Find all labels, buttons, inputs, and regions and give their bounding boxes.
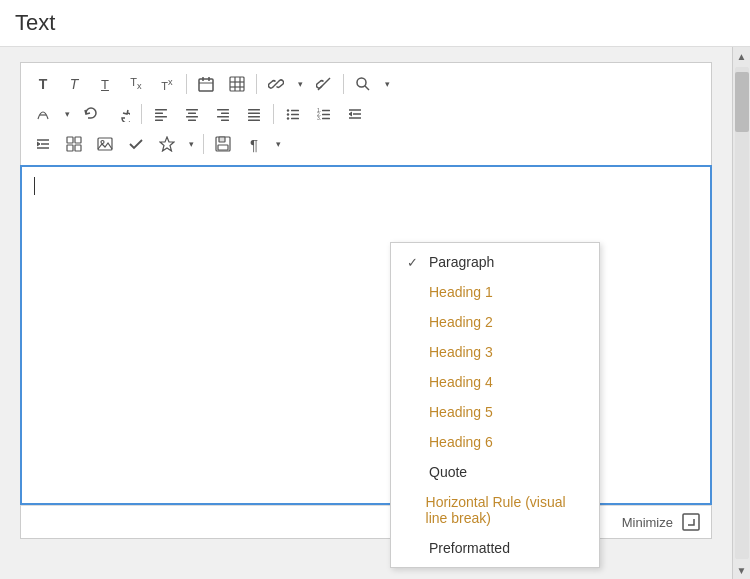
svg-rect-14: [155, 109, 167, 111]
dropdown-label-preformatted: Preformatted: [429, 540, 510, 556]
pilcrow-button[interactable]: ¶: [240, 131, 268, 157]
svg-rect-15: [155, 113, 163, 115]
svg-point-34: [287, 117, 289, 119]
align-justify-icon: [246, 106, 262, 122]
svg-rect-0: [199, 79, 213, 91]
svg-rect-23: [221, 113, 229, 115]
svg-rect-21: [188, 120, 196, 122]
italic-icon: T: [70, 76, 79, 92]
svg-rect-39: [322, 114, 330, 116]
pilcrow-icon: ¶: [250, 136, 258, 153]
svg-rect-57: [218, 145, 228, 150]
star-button[interactable]: [153, 131, 181, 157]
separator-3: [343, 74, 344, 94]
link-button[interactable]: [262, 71, 290, 97]
unlink-button[interactable]: [310, 71, 338, 97]
insert-table-button[interactable]: [223, 71, 251, 97]
svg-rect-52: [98, 138, 112, 150]
svg-rect-27: [248, 113, 260, 115]
svg-rect-58: [683, 514, 699, 530]
save-button[interactable]: [209, 131, 237, 157]
align-left-button[interactable]: [147, 101, 175, 127]
svg-rect-25: [221, 120, 229, 122]
page-title: Text: [15, 10, 55, 36]
align-justify-button[interactable]: [240, 101, 268, 127]
svg-rect-4: [230, 77, 244, 91]
bullet-list-button[interactable]: [279, 101, 307, 127]
subscript-button[interactable]: Tx: [122, 71, 150, 97]
dropdown-label-paragraph: Paragraph: [429, 254, 494, 270]
undo-icon: [83, 106, 99, 122]
special-char-icon: [35, 106, 51, 122]
image-icon: [97, 136, 113, 152]
maximize-icon[interactable]: [681, 512, 701, 532]
svg-rect-20: [186, 116, 198, 118]
editor-body[interactable]: [20, 165, 712, 505]
dropdown-item-preformatted[interactable]: Preformatted: [391, 533, 599, 563]
outdent-button[interactable]: [341, 101, 369, 127]
svg-rect-28: [248, 116, 260, 118]
calendar-icon: [198, 76, 214, 92]
dropdown-item-heading4[interactable]: Heading 4: [391, 367, 599, 397]
dropdown-item-heading3[interactable]: Heading 3: [391, 337, 599, 367]
svg-rect-51: [75, 145, 81, 151]
align-right-button[interactable]: [209, 101, 237, 127]
dropdown-item-heading2[interactable]: Heading 2: [391, 307, 599, 337]
dropdown-label-heading2: Heading 2: [429, 314, 493, 330]
special-char-button[interactable]: [29, 101, 57, 127]
redo-button[interactable]: [108, 101, 136, 127]
pilcrow-dropdown-button[interactable]: ▾: [271, 131, 285, 157]
svg-rect-26: [248, 109, 260, 111]
image-button[interactable]: [91, 131, 119, 157]
link-dropdown-button[interactable]: ▾: [293, 71, 307, 97]
scroll-thumb[interactable]: [735, 72, 749, 132]
svg-line-12: [365, 86, 369, 90]
svg-rect-37: [322, 110, 330, 112]
underline-button[interactable]: T: [91, 71, 119, 97]
star-dropdown-button[interactable]: ▾: [184, 131, 198, 157]
superscript-icon: Tx: [161, 77, 172, 92]
indent-button[interactable]: [29, 131, 57, 157]
scroll-track[interactable]: [735, 67, 749, 559]
checkmark-button[interactable]: [122, 131, 150, 157]
save-icon: [215, 136, 231, 152]
bullet-list-icon: [285, 106, 301, 122]
svg-rect-50: [67, 145, 73, 151]
unlink-icon: [316, 76, 332, 92]
chevron-down-icon-2: ▾: [385, 79, 390, 89]
italic-button[interactable]: T: [60, 71, 88, 97]
subscript-icon: Tx: [130, 76, 141, 91]
undo-button[interactable]: [77, 101, 105, 127]
table-button[interactable]: [60, 131, 88, 157]
svg-rect-17: [155, 120, 163, 122]
chevron-down-icon-5: ▾: [276, 139, 281, 149]
svg-rect-49: [75, 137, 81, 143]
dropdown-item-quote[interactable]: Quote: [391, 457, 599, 487]
bold-button[interactable]: T: [29, 71, 57, 97]
scroll-up-arrow[interactable]: ▲: [733, 47, 751, 65]
dropdown-item-horizontal-rule[interactable]: Horizontal Rule (visual line break): [391, 487, 599, 533]
search-dropdown-button[interactable]: ▾: [380, 71, 394, 97]
scroll-down-arrow[interactable]: ▼: [733, 561, 751, 579]
svg-marker-54: [160, 137, 174, 151]
dropdown-item-paragraph[interactable]: ✓ Paragraph: [391, 247, 599, 277]
svg-rect-33: [291, 114, 299, 116]
numbered-list-button[interactable]: 1. 2. 3.: [310, 101, 338, 127]
search-button[interactable]: [349, 71, 377, 97]
dropdown-item-heading5[interactable]: Heading 5: [391, 397, 599, 427]
editor-area: T T T Tx Tx: [0, 47, 732, 579]
special-char-dropdown-button[interactable]: ▾: [60, 101, 74, 127]
table-icon: [229, 76, 245, 92]
superscript-button[interactable]: Tx: [153, 71, 181, 97]
dropdown-item-heading1[interactable]: Heading 1: [391, 277, 599, 307]
svg-point-11: [357, 78, 366, 87]
minimize-button[interactable]: Minimize: [622, 515, 673, 530]
dropdown-label-heading5: Heading 5: [429, 404, 493, 420]
dropdown-label-horizontal-rule: Horizontal Rule (visual line break): [426, 494, 583, 526]
svg-rect-22: [217, 109, 229, 111]
insert-date-button[interactable]: [192, 71, 220, 97]
editor-footer: Minimize: [20, 505, 712, 539]
align-center-button[interactable]: [178, 101, 206, 127]
dropdown-item-heading6[interactable]: Heading 6: [391, 427, 599, 457]
grid-table-icon: [66, 136, 82, 152]
